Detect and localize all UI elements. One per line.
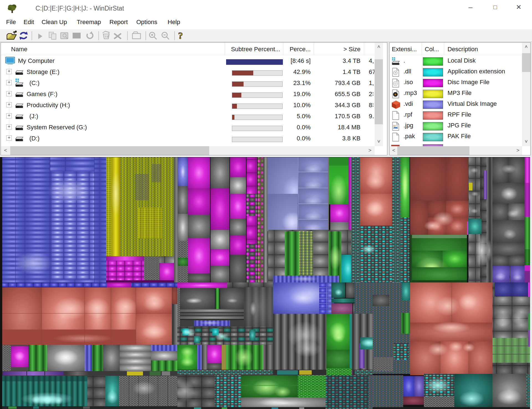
svg-text:?: ? [178, 30, 183, 41]
